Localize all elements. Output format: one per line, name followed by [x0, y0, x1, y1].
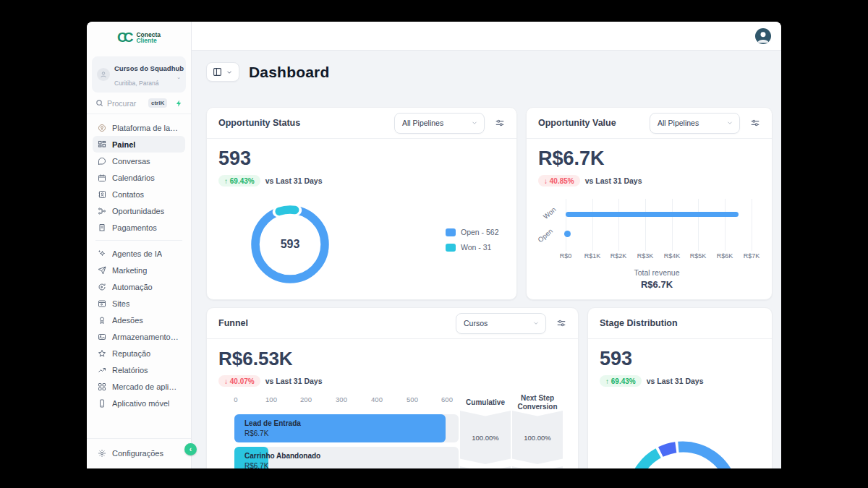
sidebar-item-label: Sites: [112, 299, 129, 308]
card-title: Opportunity Status: [218, 118, 300, 128]
contacts-icon: [98, 190, 106, 199]
stage-distribution-card: Stage Distribution 593 ↑ 69.43% vs Last …: [587, 307, 773, 468]
opportunity-value-card: Opportunity Value All Pipelines R$6.7K ↓…: [526, 107, 773, 300]
sidebar-item-pagamentos[interactable]: Pagamentos: [93, 219, 185, 236]
trend-badge: ↑ 69.43%: [600, 375, 642, 387]
sidebar-collapse-button[interactable]: ‹: [184, 443, 197, 455]
cumulative-cell: 15.18%: [460, 466, 511, 468]
gear-icon: [98, 449, 106, 458]
sidebar-item-automacao[interactable]: Automação: [93, 278, 185, 295]
cumulative-cell: 100.00%: [460, 411, 511, 464]
send-icon: [98, 266, 106, 275]
stage-donut-chart: [618, 432, 748, 468]
calendar-icon: [98, 174, 106, 182]
sidebar-item-agentes-ia[interactable]: Agentes de IA: [93, 245, 185, 262]
sidebar-item-calendarios[interactable]: Calendários: [93, 169, 185, 186]
y-category-open: Open: [536, 227, 554, 244]
next-step-header-line1: Next Step: [505, 394, 570, 403]
ai-sparkle-icon: [98, 249, 106, 258]
sidebar-item-oportunidades[interactable]: Oportunidades: [93, 202, 185, 219]
legend-item-open: Open - 562: [446, 228, 499, 236]
brand-name-bottom: Cliente: [136, 38, 161, 44]
sidebar-item-label: Automação: [112, 283, 153, 291]
pipeline-select[interactable]: Cursos: [456, 313, 546, 334]
funnel-stage-row: Lead de Entrada R$6.7K: [234, 414, 459, 442]
next-step-cell: 15.18%: [512, 466, 563, 468]
funnel-card: Funnel Cursos R$6.53K ↓ 40.07% vs La: [206, 307, 579, 468]
sidebar-item-aplicativo-movel[interactable]: Aplicativo móvel: [93, 395, 185, 411]
sidebar-item-mercado[interactable]: Mercado de aplicativos: [93, 378, 185, 395]
pipeline-select-value: Cursos: [464, 319, 488, 328]
account-switcher[interactable]: Cursos do Squadhub Curitiba, Paraná ⌃⌃: [92, 56, 186, 93]
compare-label: vs Last 31 Days: [265, 377, 323, 385]
status-donut-chart: 593: [250, 205, 330, 284]
trend-badge: ↑ 69.43%: [218, 175, 260, 187]
quick-actions-bolt-icon[interactable]: [175, 99, 183, 108]
sidebar-item-sites[interactable]: Sites: [93, 295, 185, 312]
sidebar-item-reputacao[interactable]: Reputação: [93, 345, 185, 361]
sidebar: CC Conecta Cliente Cursos do Squadhub Cu…: [87, 22, 192, 468]
x-tick: R$3K: [637, 252, 654, 260]
status-legend: Open - 562 Won - 31: [446, 228, 499, 252]
sidebar-item-label: Calendários: [112, 174, 155, 182]
account-name: Cursos do Squadhub: [114, 64, 184, 72]
sidebar-item-adesoes[interactable]: Adesões: [93, 312, 185, 328]
x-tick: 0: [234, 395, 237, 403]
sidebar-item-marketing[interactable]: Marketing: [93, 262, 185, 278]
opportunities-icon: [98, 207, 106, 215]
user-avatar[interactable]: [755, 28, 771, 44]
dashboard-layout-button[interactable]: [206, 62, 239, 82]
sidebar-divider: [95, 240, 182, 241]
account-location: Curitiba, Paraná: [114, 80, 158, 87]
layout-icon: [213, 67, 222, 77]
app-window: CC Conecta Cliente Cursos do Squadhub Cu…: [87, 22, 781, 468]
next-step-header-line2: Conversion: [505, 403, 570, 411]
page-header: Dashboard: [206, 62, 330, 82]
y-category-won: Won: [542, 205, 558, 221]
sidebar-item-contatos[interactable]: Contatos: [93, 186, 185, 202]
trend-badge: ↓ 40.07%: [218, 375, 260, 387]
screen: CC Conecta Cliente Cursos do Squadhub Cu…: [0, 0, 868, 488]
stage-value: R$6.7K: [244, 461, 320, 468]
sidebar-nav: Plataforma de lançamen... Painel Convers…: [87, 114, 191, 411]
sidebar-item-midia[interactable]: Armazenamento de mídia: [93, 328, 185, 345]
total-revenue-label: Total revenue: [548, 268, 765, 277]
funnel-metric: R$6.53K: [218, 348, 293, 370]
status-metric: 593: [218, 147, 251, 170]
launchpad-icon: [98, 124, 106, 132]
chat-icon: [98, 157, 106, 166]
card-title: Funnel: [218, 318, 248, 328]
sidebar-item-label: Plataforma de lançamen...: [112, 124, 180, 132]
sidebar-item-configuracoes[interactable]: Configurações: [93, 445, 185, 461]
legend-item-won: Won - 31: [446, 243, 499, 252]
sidebar-item-label: Armazenamento de mídia: [112, 333, 180, 341]
membership-icon: [98, 316, 106, 325]
x-tick: 100: [265, 395, 277, 403]
sidebar-item-relatorios[interactable]: Relatórios: [93, 361, 185, 378]
sidebar-item-conversas[interactable]: Conversas: [93, 153, 185, 169]
sidebar-search: ctrlK: [87, 97, 191, 114]
open-dot: [564, 231, 571, 237]
card-title: Stage Distribution: [600, 318, 678, 328]
sidebar-item-label: Painel: [112, 140, 135, 149]
pipeline-select[interactable]: All Pipelines: [394, 113, 485, 134]
filter-sliders-icon[interactable]: [495, 118, 505, 128]
brand-mark: CC: [117, 30, 133, 46]
sidebar-item-painel[interactable]: Painel: [93, 136, 185, 153]
sidebar-item-label: Oportunidades: [112, 207, 164, 215]
x-tick: 300: [336, 395, 347, 403]
x-tick: R$6K: [717, 252, 733, 260]
total-revenue-value: R$6.7K: [548, 279, 765, 290]
account-avatar: [97, 68, 110, 81]
sidebar-footer: Configurações: [87, 438, 191, 461]
sidebar-item-label: Contatos: [112, 190, 144, 199]
x-tick: R$7K: [744, 252, 760, 260]
x-tick: R$0: [560, 252, 572, 260]
sidebar-item-label: Mercado de aplicativos: [112, 382, 180, 391]
filter-sliders-icon[interactable]: [556, 318, 566, 328]
stage-value: R$6.7K: [244, 429, 301, 439]
sidebar-item-label: Relatórios: [112, 366, 148, 374]
sidebar-item-plataforma[interactable]: Plataforma de lançamen...: [93, 119, 185, 136]
dashboard-grid-icon: [98, 140, 106, 149]
search-input[interactable]: [107, 99, 145, 108]
